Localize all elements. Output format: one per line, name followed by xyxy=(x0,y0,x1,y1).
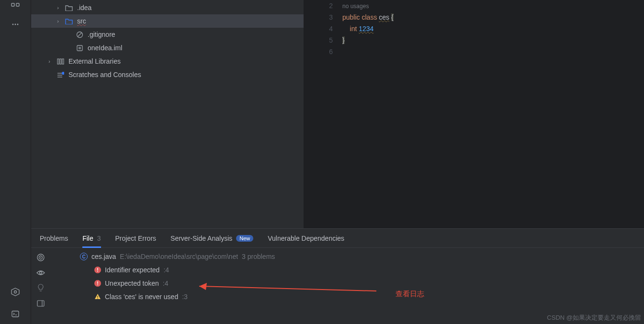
svg-rect-13 xyxy=(57,59,59,64)
tab-problems[interactable]: Problems xyxy=(40,229,68,247)
annotation-text: 查看日志 xyxy=(395,290,424,299)
svg-line-10 xyxy=(78,33,81,36)
svg-rect-28 xyxy=(97,298,98,299)
terminal-icon[interactable] xyxy=(10,309,21,319)
svg-rect-15 xyxy=(62,59,64,64)
problems-list: C ces.java E:\iedaDemo\oneIdea\src\page\… xyxy=(50,248,644,324)
problems-toolbar xyxy=(31,248,50,324)
folder-icon xyxy=(65,4,73,11)
chevron-right-icon: › xyxy=(46,58,52,64)
tab-project-errors[interactable]: Project Errors xyxy=(115,229,157,247)
tab-file[interactable]: File3 xyxy=(82,229,101,247)
tree-item-src[interactable]: › src xyxy=(31,14,304,28)
problems-tabbar: Problems File3 Project Errors Server-Sid… xyxy=(31,229,644,248)
problems-panel: Problems File3 Project Errors Server-Sid… xyxy=(31,228,644,324)
svg-marker-5 xyxy=(11,288,19,296)
scratches-icon xyxy=(56,71,65,78)
tree-item-idea[interactable]: › .idea xyxy=(31,1,304,14)
project-tree: › .idea › src xyxy=(31,0,304,228)
svg-point-19 xyxy=(62,72,64,75)
svg-rect-27 xyxy=(97,296,98,298)
target-icon[interactable] xyxy=(36,253,45,262)
library-icon xyxy=(56,58,65,65)
tree-item-label: .idea xyxy=(77,4,91,11)
svg-rect-1 xyxy=(16,3,19,6)
bulb-icon[interactable] xyxy=(36,283,45,293)
warning-icon xyxy=(94,293,101,300)
ignore-icon xyxy=(75,31,84,38)
inspections-icon[interactable] xyxy=(10,287,21,297)
problem-file-header[interactable]: C ces.java E:\iedaDemo\oneIdea\src\page\… xyxy=(50,253,644,260)
tree-item-label: External Libraries xyxy=(68,57,121,65)
problem-row[interactable]: Class 'ces' is never used :3 xyxy=(50,290,644,303)
svg-point-6 xyxy=(14,291,17,293)
module-icon xyxy=(75,45,84,52)
usage-hint: no usages xyxy=(342,3,369,10)
svg-rect-14 xyxy=(60,59,61,64)
svg-point-4 xyxy=(17,24,19,25)
class-icon: C xyxy=(80,253,88,260)
new-badge: New xyxy=(236,235,253,242)
folder-icon xyxy=(65,18,73,24)
tab-vulnerable-dependencies[interactable]: Vulnerable Dependencies xyxy=(268,229,344,247)
svg-rect-25 xyxy=(37,301,44,306)
problem-row[interactable]: ! Identifier expected :4 xyxy=(50,263,644,277)
error-icon: ! xyxy=(94,280,101,287)
tree-item-label: src xyxy=(77,17,86,25)
tree-item-external-libraries[interactable]: › External Libraries xyxy=(31,55,304,68)
svg-rect-7 xyxy=(12,311,19,317)
tree-item-scratches[interactable]: Scratches and Consoles xyxy=(31,68,304,81)
editor-gutter: 2 3 4 5 6 xyxy=(304,0,342,228)
watermark: CSDN @如果决定要走又何必挽留 xyxy=(547,313,641,322)
eye-icon[interactable] xyxy=(36,268,45,278)
structure-icon[interactable] xyxy=(10,2,21,12)
tree-item-label: oneIdea.iml xyxy=(88,44,122,52)
tree-item-label: .gitignore xyxy=(88,31,115,38)
tree-item-iml[interactable]: oneIdea.iml xyxy=(31,41,304,55)
tree-item-label: Scratches and Consoles xyxy=(68,71,141,78)
activity-bar xyxy=(0,0,31,324)
problem-row[interactable]: ! Unexpected token :4 xyxy=(50,277,644,290)
error-icon: ! xyxy=(94,267,101,273)
svg-rect-0 xyxy=(11,3,14,6)
svg-rect-12 xyxy=(79,47,81,49)
code-editor[interactable]: 2 3 4 5 6 no usages public class ces { i… xyxy=(304,0,644,228)
chevron-right-icon: › xyxy=(55,18,61,24)
more-icon[interactable] xyxy=(10,19,21,30)
tree-item-gitignore[interactable]: .gitignore xyxy=(31,28,304,41)
svg-point-2 xyxy=(12,24,14,25)
svg-point-3 xyxy=(15,24,16,25)
svg-point-23 xyxy=(40,272,42,274)
sidebar-icon[interactable] xyxy=(36,299,45,308)
tab-server-side-analysis[interactable]: Server-Side AnalysisNew xyxy=(170,229,253,247)
editor-content[interactable]: no usages public class ces { int 1234 } xyxy=(342,0,644,228)
chevron-right-icon: › xyxy=(55,5,61,11)
svg-point-22 xyxy=(40,257,41,258)
